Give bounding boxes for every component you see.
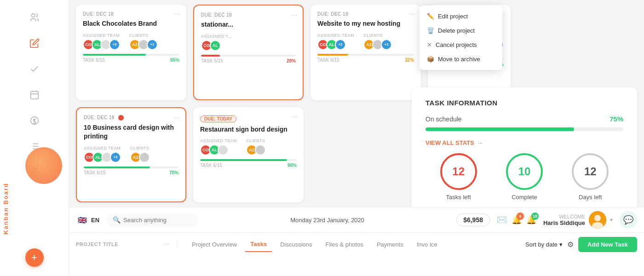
tab-discussions[interactable]: Discussions	[275, 237, 317, 252]
project-title-label: PROJECT TITLE	[76, 242, 118, 247]
language-selector[interactable]: 🇬🇧 EN	[76, 213, 99, 226]
progress-3: TASK 6/15 32%	[317, 54, 414, 63]
circle-complete: 10	[506, 153, 543, 190]
task-info-6: TASK 6/15	[200, 163, 222, 168]
context-archive-label: Move to archive	[438, 56, 480, 63]
team-label-6: ASSIGNED TEAM	[200, 138, 237, 143]
cards-row-1: ··· DUE: DEC 18 Black Chocolates Brand A…	[76, 5, 637, 100]
view-all-stats[interactable]: VIEW ALL STATS →	[426, 139, 623, 146]
tab-invoice[interactable]: Invo ice	[411, 237, 443, 252]
cards-row-2: ··· DUE: DEC 18 10 Business card design …	[76, 107, 637, 203]
sidebar-icon-calendar[interactable]	[25, 86, 44, 104]
team-avatars-5: CO AL +3	[84, 152, 121, 163]
context-menu: ✏️ Edit project 🗑️ Delete project ✕ Canc…	[420, 6, 502, 70]
search-bar[interactable]: 🔍	[106, 213, 198, 226]
team-avatars-1: CO AL +3	[83, 39, 120, 50]
client-avatars-6: AZ	[246, 144, 266, 155]
context-edit[interactable]: ✏️ Edit project	[420, 9, 502, 23]
dropdown-chevron: ▾	[610, 217, 613, 223]
tasks-left-label: Tasks left	[446, 194, 471, 201]
task-pct-2: 20%	[287, 58, 296, 63]
task-pct-3: 32%	[405, 58, 414, 63]
client-avatars-1: AZ +1	[129, 39, 158, 50]
project-dots[interactable]: ···	[164, 240, 170, 248]
card-menu-dots-1[interactable]: ···	[175, 10, 181, 18]
user-welcome-label: WELCOME	[543, 214, 585, 219]
filter-button[interactable]: ⚙	[567, 240, 574, 249]
complete-label: Complete	[512, 194, 537, 201]
avatar-count5: +3	[110, 152, 121, 163]
sidebar-icon-people[interactable]	[25, 8, 44, 27]
flag-icon: 🇬🇧	[76, 213, 89, 226]
progress-1: TASK 6/15 65%	[83, 54, 179, 63]
sidebar: Kanban Board +	[0, 0, 69, 276]
card-title-6: Restaurant sign bord design	[200, 125, 297, 134]
search-icon: 🔍	[113, 216, 121, 224]
stat-days-left: 12 Days left	[572, 153, 609, 201]
kanban-label: Kanban Board	[0, 178, 12, 239]
card-menu-dots-2[interactable]: ···	[291, 11, 297, 19]
project-title-section: PROJECT TITLE ···	[76, 240, 177, 248]
sort-chevron-icon: ▾	[559, 241, 563, 248]
circle-days-left: 12	[572, 153, 609, 190]
card-due-1: DUE: DEC 18	[83, 12, 179, 17]
card-meta-6: ASSIGNED TEAM CO AL CLIENTS AZ	[200, 138, 297, 155]
card-menu-dots-6[interactable]: ···	[292, 113, 298, 121]
sidebar-icon-dollar[interactable]	[25, 111, 44, 130]
avatar-al2: AL	[210, 40, 221, 51]
sidebar-icon-check[interactable]	[25, 60, 44, 78]
task-pct-5: 70%	[169, 170, 178, 175]
bell-button-1[interactable]: 🔔 6	[512, 215, 522, 225]
avatar-ph6	[218, 144, 229, 155]
schedule-fill	[426, 127, 574, 131]
project-card-3: ··· DUE: DEC 18 Website to my new hostin…	[310, 5, 421, 100]
context-archive[interactable]: 📦 Move to archive	[420, 52, 502, 66]
sidebar-fab-button[interactable]: +	[25, 248, 44, 267]
task-info-2: TASK 6/15	[201, 58, 223, 63]
card-due-text-2: DUE: DEC 18	[201, 12, 232, 17]
sidebar-icon-edit[interactable]	[25, 34, 44, 52]
tab-project-overview[interactable]: Project Overview	[186, 237, 242, 252]
context-cancel[interactable]: ✕ Cancel projects	[420, 38, 502, 52]
mail-button[interactable]: ✉️	[497, 215, 507, 225]
toolbar-date: Monday 23rd January, 2020	[205, 217, 449, 224]
team-label-5: ASSIGNED TEAM	[84, 146, 121, 150]
task-info-panel: TASK INFORMATION On schedule 75% VIEW AL…	[412, 87, 637, 212]
add-task-button[interactable]: Add New Task	[578, 237, 637, 252]
card-menu-dots-3[interactable]: ···	[409, 10, 415, 18]
schedule-bar	[426, 127, 623, 131]
bottom-nav: PROJECT TITLE ··· Project Overview Tasks…	[69, 233, 644, 256]
project-card-2: ··· DUE: DEC 18 stationar... ASSIGNED T.…	[193, 5, 304, 100]
task-info-title: TASK INFORMATION	[426, 99, 623, 107]
toolbar: 🇬🇧 EN 🔍 Monday 23rd January, 2020 $6,958…	[69, 207, 644, 233]
user-info[interactable]: WELCOME Haris Siddique ▾	[543, 211, 613, 229]
team-label-3: ASSIGNED TEAM	[317, 33, 354, 38]
delete-icon: 🗑️	[427, 27, 434, 34]
chat-button[interactable]: 💬	[620, 211, 637, 229]
team-avatars-3: CO AL +2	[317, 39, 354, 50]
bell-button-2[interactable]: 🔔 10	[526, 215, 536, 225]
avatar-client-ph6	[255, 144, 266, 155]
search-input[interactable]	[123, 217, 188, 224]
tab-tasks[interactable]: Tasks	[245, 237, 272, 252]
svg-point-0	[31, 14, 34, 17]
tab-files-photos[interactable]: Files & photos	[320, 237, 369, 252]
card-title-5: 10 Business card design with printing	[84, 123, 178, 141]
card-due-2: DUE: DEC 18	[201, 12, 296, 17]
tab-payments[interactable]: Payments	[371, 237, 409, 252]
client-avatars-3: AZ +1	[363, 39, 392, 50]
days-left-label: Days left	[579, 194, 602, 201]
card-due-3: DUE: DEC 18	[317, 12, 414, 17]
user-avatar	[589, 211, 606, 229]
card-title-3: Website to my new hosting	[317, 19, 414, 29]
context-delete[interactable]: 🗑️ Delete project	[420, 23, 502, 38]
sort-by-dropdown[interactable]: Sort by date ▾	[525, 241, 563, 248]
circle-tasks-left: 12	[440, 153, 477, 190]
bottom-bar: 🇬🇧 EN 🔍 Monday 23rd January, 2020 $6,958…	[69, 207, 644, 276]
progress-2: TASK 6/15 20%	[201, 55, 296, 63]
card-meta-3: ASSIGNED TEAM CO AL +2 CLIENTS AZ +1	[317, 33, 414, 50]
lang-text: EN	[91, 217, 99, 224]
card-menu-dots-5[interactable]: ···	[174, 114, 180, 122]
nav-actions: Sort by date ▾ ⚙ Add New Task	[525, 237, 637, 252]
card-title-1: Black Chocolates Brand	[83, 19, 179, 29]
